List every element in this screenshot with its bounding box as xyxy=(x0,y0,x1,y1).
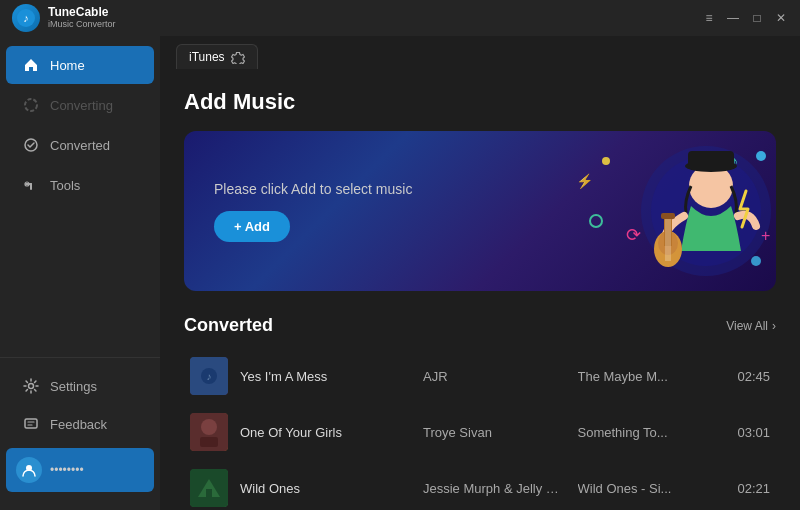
sidebar-item-home[interactable]: Home xyxy=(6,46,154,84)
svg-text:♪: ♪ xyxy=(207,371,212,382)
track-thumbnail-3 xyxy=(190,469,228,507)
converted-section-title: Converted xyxy=(184,315,273,336)
page-content: Add Music Please click Add to select mus… xyxy=(160,69,800,510)
track-duration-2: 03:01 xyxy=(732,425,770,440)
user-name: •••••••• xyxy=(50,463,144,477)
sidebar-label-converting: Converting xyxy=(50,98,113,113)
track-item[interactable]: ♪ Yes I'm A Mess AJR The Maybe M... 02:4… xyxy=(184,348,776,404)
track-name-3: Wild Ones xyxy=(240,481,411,496)
app-name: TuneCable xyxy=(48,6,116,19)
app-name-container: TuneCable iMusic Convertor xyxy=(48,6,116,29)
svg-point-14 xyxy=(751,256,761,266)
converting-icon xyxy=(22,96,40,114)
sidebar-item-converting: Converting xyxy=(6,86,154,124)
hero-banner: Please click Add to select music + Add +… xyxy=(184,131,776,291)
track-list: ♪ Yes I'm A Mess AJR The Maybe M... 02:4… xyxy=(184,348,776,510)
converted-section-header: Converted View All › xyxy=(184,315,776,336)
track-duration-3: 02:21 xyxy=(732,481,770,496)
track-item[interactable]: One Of Your Girls Troye Sivan Something … xyxy=(184,404,776,460)
hero-illustration: + ♪ ⟳ ⚡ xyxy=(516,131,776,291)
content-area: iTunes Add Music Please click Add to sel… xyxy=(160,36,800,510)
track-artist-2: Troye Sivan xyxy=(423,425,566,440)
sidebar-label-home: Home xyxy=(50,58,85,73)
titlebar: ♪ TuneCable iMusic Convertor ≡ — □ ✕ xyxy=(0,0,800,36)
svg-point-15 xyxy=(590,215,602,227)
sidebar-label-tools: Tools xyxy=(50,178,80,193)
sidebar-label-settings: Settings xyxy=(50,379,97,394)
svg-point-12 xyxy=(602,157,610,165)
svg-rect-35 xyxy=(200,437,218,447)
svg-point-13 xyxy=(756,151,766,161)
track-thumbnail-2 xyxy=(190,413,228,451)
track-item[interactable]: Wild Ones Jessie Murph & Jelly Roll Wild… xyxy=(184,460,776,510)
track-duration-1: 02:45 xyxy=(732,369,770,384)
settings-icon xyxy=(22,377,40,395)
add-button[interactable]: + Add xyxy=(214,211,290,242)
sidebar-item-converted[interactable]: Converted xyxy=(6,126,154,164)
svg-point-2 xyxy=(25,99,37,111)
sidebar-label-converted: Converted xyxy=(50,138,110,153)
svg-point-7 xyxy=(29,384,34,389)
sidebar-nav: Home Converting Converted xyxy=(0,36,160,357)
home-icon xyxy=(22,56,40,74)
tabbar: iTunes xyxy=(160,36,800,69)
track-album-1: The Maybe M... xyxy=(578,369,721,384)
track-album-3: Wild Ones - Si... xyxy=(578,481,721,496)
svg-rect-8 xyxy=(25,419,37,428)
app-subtitle: iMusic Convertor xyxy=(48,20,116,30)
svg-rect-37 xyxy=(206,489,212,497)
svg-text:♪: ♪ xyxy=(23,12,29,24)
hero-text-area: Please click Add to select music + Add xyxy=(184,181,442,242)
track-artist-1: AJR xyxy=(423,369,566,384)
sidebar: Home Converting Converted xyxy=(0,36,160,510)
view-all-link[interactable]: View All › xyxy=(726,319,776,333)
hero-subtitle: Please click Add to select music xyxy=(214,181,412,197)
svg-point-34 xyxy=(201,419,217,435)
menu-button[interactable]: ≡ xyxy=(702,11,716,25)
svg-rect-26 xyxy=(661,213,675,219)
main-layout: Home Converting Converted xyxy=(0,36,800,510)
titlebar-controls: ≡ — □ ✕ xyxy=(702,11,788,25)
minimize-button[interactable]: — xyxy=(726,11,740,25)
sidebar-item-settings[interactable]: Settings xyxy=(6,368,154,404)
tab-settings-icon[interactable] xyxy=(231,50,245,64)
user-avatar xyxy=(16,457,42,483)
view-all-label: View All xyxy=(726,319,768,333)
feedback-icon xyxy=(22,415,40,433)
tab-itunes[interactable]: iTunes xyxy=(176,44,258,69)
page-title: Add Music xyxy=(184,89,776,115)
titlebar-left: ♪ TuneCable iMusic Convertor xyxy=(12,4,116,32)
svg-rect-22 xyxy=(688,151,734,168)
maximize-button[interactable]: □ xyxy=(750,11,764,25)
track-thumbnail-1: ♪ xyxy=(190,357,228,395)
svg-text:⟳: ⟳ xyxy=(626,225,641,245)
svg-text:⚡: ⚡ xyxy=(576,173,594,190)
track-name-2: One Of Your Girls xyxy=(240,425,411,440)
chevron-right-icon: › xyxy=(772,319,776,333)
user-item[interactable]: •••••••• xyxy=(6,448,154,492)
sidebar-label-feedback: Feedback xyxy=(50,417,107,432)
sidebar-item-feedback[interactable]: Feedback xyxy=(6,406,154,442)
svg-text:+: + xyxy=(761,227,770,244)
track-name-1: Yes I'm A Mess xyxy=(240,369,411,384)
converted-icon xyxy=(22,136,40,154)
track-album-2: Something To... xyxy=(578,425,721,440)
track-artist-3: Jessie Murph & Jelly Roll xyxy=(423,481,566,496)
close-button[interactable]: ✕ xyxy=(774,11,788,25)
svg-rect-5 xyxy=(30,183,32,190)
sidebar-footer: Settings Feedback ••••• xyxy=(0,357,160,510)
app-logo-icon: ♪ xyxy=(12,4,40,32)
tools-icon xyxy=(22,176,40,194)
sidebar-item-tools[interactable]: Tools xyxy=(6,166,154,204)
tab-label: iTunes xyxy=(189,50,225,64)
